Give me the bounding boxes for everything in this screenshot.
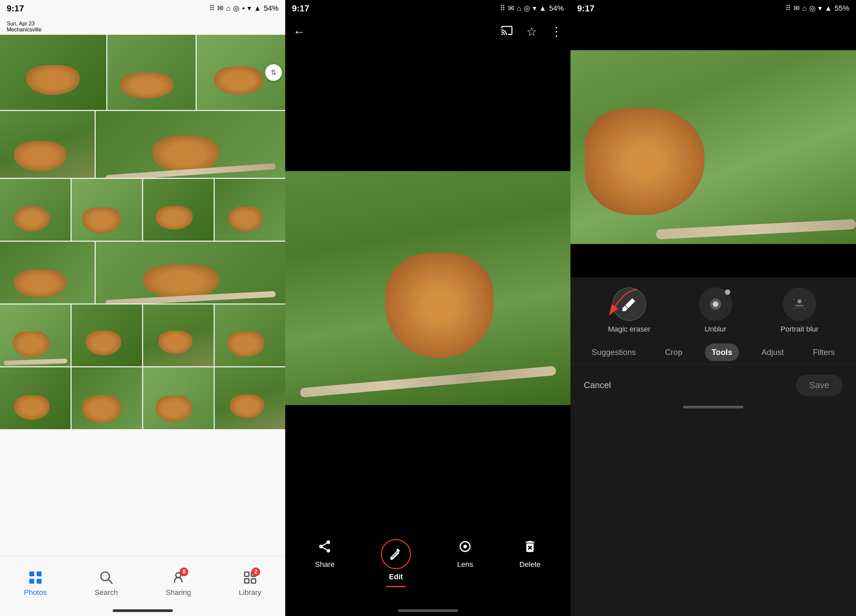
svg-line-5 [108,579,112,584]
grid-icon: ⠿ [209,4,215,13]
date-header: Sun, Apr 23 Mechanicsville [0,17,285,35]
photo-thumb-16[interactable] [0,367,71,429]
svg-rect-3 [37,579,42,584]
mail-icon-3: ✉ [793,4,799,13]
viewer-actions: Share Edit Lens [285,529,570,594]
status-icons-panel3: ⠿ ✉ ⌂ ◎ ▾ ▲ 55% [785,4,849,13]
edit-label: Edit [389,573,403,581]
more-button[interactable]: ⋮ [550,25,562,39]
grid-row-5 [0,304,285,366]
tab-crop[interactable]: Crop [658,344,689,361]
svg-point-21 [793,309,794,310]
delete-label: Delete [519,560,541,569]
mail-icon: ✉ [217,4,223,13]
photo-thumb-14[interactable] [143,304,214,366]
cancel-button[interactable]: Cancel [584,380,611,390]
edit-underline [386,586,406,587]
main-photo [285,171,570,405]
editor-photo [570,50,856,244]
viewer-image-area[interactable] [285,47,570,529]
grid-row-1: ⇅ [0,35,285,110]
svg-point-12 [463,545,467,548]
status-icons-panel2: ⠿ ✉ ⌂ ◎ ▾ ▲ 54% [500,4,564,13]
tab-tools[interactable]: Tools [705,344,739,361]
favorite-button[interactable]: ☆ [526,25,537,39]
signal-icon: ▲ [254,4,261,13]
photo-grid: ⇅ [0,35,285,556]
photo-thumb-11[interactable] [95,242,285,304]
photo-thumb-9[interactable] [215,179,285,241]
dog-editor [585,108,705,215]
home-indicator-1 [113,609,173,612]
photo-thumb-6[interactable] [0,179,71,241]
svg-rect-17 [795,305,804,306]
photo-thumb-13[interactable] [72,304,142,366]
tools-tabs: Suggestions Crop Tools Adjust Filters [570,340,856,365]
photo-thumb-10[interactable] [0,242,95,304]
delete-action[interactable]: Delete [519,539,541,587]
sharing-label: Sharing [166,588,191,597]
tools-footer: Cancel Save [570,365,856,406]
delete-icon [523,539,537,557]
cast-button[interactable] [501,25,513,40]
tab-suggestions[interactable]: Suggestions [585,344,643,361]
portrait-blur-label: Portrait blur [781,325,819,333]
editor-image-area[interactable] [570,17,856,277]
photo-thumb-12[interactable] [0,304,71,366]
scroll-indicator[interactable]: ⇅ [265,64,282,81]
edit-action[interactable]: Edit [381,539,411,587]
location-icon: ◎ [233,4,239,13]
photo-thumb-15[interactable] [215,304,285,366]
search-label: Search [95,588,118,597]
grid-row-2 [0,111,285,178]
wifi-icon-3: ▾ [818,4,822,13]
unblur-icon [699,287,732,321]
svg-point-15 [713,301,718,307]
photos-icon [27,569,44,586]
grid-icon-3: ⠿ [785,4,791,13]
status-icons-panel1: ⠿ ✉ ⌂ ◎ • ▾ ▲ 54% [209,4,279,13]
photo-thumb-7[interactable] [72,179,142,241]
location-label: Mechanicsville [7,27,279,33]
viewer-panel: 9:17 ⠿ ✉ ⌂ ◎ ▾ ▲ 54% ← ☆ ⋮ [285,0,570,616]
svg-point-20 [805,298,806,300]
save-button[interactable]: Save [796,375,843,396]
svg-rect-7 [245,572,249,576]
svg-rect-18 [794,307,804,308]
portrait-blur-tool[interactable]: Portrait blur [781,287,819,333]
photo-thumb-5[interactable] [95,111,285,178]
nav-photos[interactable]: Photos [24,569,47,597]
tools-icons-row: Magic eraser Unblur [570,277,856,340]
tab-filters[interactable]: Filters [806,344,841,361]
tab-adjust[interactable]: Adjust [755,344,790,361]
unblur-dot [725,289,730,295]
svg-rect-1 [37,571,42,576]
battery-panel3: 55% [834,4,849,13]
share-icon [317,539,332,557]
mail-icon-2: ✉ [508,4,514,13]
photo-thumb-19[interactable] [215,367,285,429]
sharing-badge: 8 [180,568,188,576]
lens-action[interactable]: Lens [457,539,473,587]
unblur-tool[interactable]: Unblur [699,287,732,333]
photos-panel: 9:17 ⠿ ✉ ⌂ ◎ • ▾ ▲ 54% Sun, Apr 23 Mecha… [0,0,285,616]
photo-thumb-8[interactable] [143,179,214,241]
magic-eraser-tool[interactable]: Magic eraser [608,287,650,333]
svg-point-22 [805,309,806,310]
home-indicator-2 [398,609,458,612]
photo-thumb-1[interactable] [0,35,106,110]
nav-search[interactable]: Search [95,569,118,597]
photo-thumb-17[interactable] [72,367,142,429]
nav-library[interactable]: 2 Library [239,569,261,597]
svg-point-16 [797,299,802,304]
share-action[interactable]: Share [315,539,335,587]
photo-thumb-2[interactable] [107,35,196,110]
nav-sharing[interactable]: 8 Sharing [166,569,191,597]
home-icon-3: ⌂ [802,4,807,13]
photo-thumb-4[interactable] [0,111,95,178]
photo-thumb-18[interactable] [143,367,214,429]
signal-icon-3: ▲ [825,4,832,13]
status-bar-panel1: 9:17 ⠿ ✉ ⌂ ◎ • ▾ ▲ 54% [0,0,285,17]
back-button[interactable]: ← [293,25,305,39]
edit-circle [381,539,411,569]
